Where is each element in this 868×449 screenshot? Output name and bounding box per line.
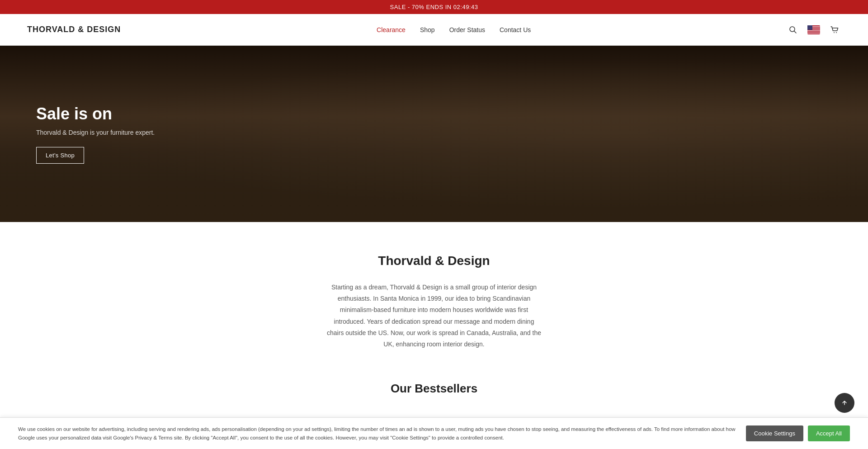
about-title: Thorvald & Design: [258, 254, 610, 268]
site-logo[interactable]: THORVALD & DESIGN: [27, 25, 121, 34]
hero-content: Sale is on Thorvald & Design is your fur…: [36, 104, 155, 164]
nav-order-status[interactable]: Order Status: [449, 26, 485, 33]
nav-contact-us[interactable]: Contact Us: [500, 26, 531, 33]
hero-subtitle: Thorvald & Design is your furniture expe…: [36, 129, 155, 136]
header-icons: [787, 24, 841, 36]
search-icon[interactable]: [787, 24, 799, 36]
main-nav: Clearance Shop Order Status Contact Us: [377, 26, 531, 33]
hero-title: Sale is on: [36, 104, 155, 123]
about-text: Starting as a dream, Thorvald & Design i…: [326, 282, 542, 350]
cart-icon[interactable]: [828, 24, 841, 36]
nav-clearance[interactable]: Clearance: [377, 26, 406, 33]
announcement-bar: SALE - 70% ENDS IN 02:49:43: [0, 0, 868, 14]
hero-section: Sale is on Thorvald & Design is your fur…: [0, 46, 868, 222]
bestsellers-title: Our Bestsellers: [27, 382, 841, 396]
svg-point-3: [836, 32, 837, 33]
site-header: THORVALD & DESIGN Clearance Shop Order S…: [0, 14, 868, 46]
svg-line-1: [794, 31, 796, 33]
cookie-banner: We use cookies on our website for advert…: [0, 417, 868, 421]
nav-shop[interactable]: Shop: [420, 26, 435, 33]
flag-icon[interactable]: [807, 24, 820, 36]
bestsellers-section: Our Bestsellers: [0, 373, 868, 421]
about-section: Thorvald & Design Starting as a dream, T…: [0, 222, 868, 373]
scroll-to-top-button[interactable]: [835, 393, 854, 413]
svg-point-2: [834, 32, 835, 33]
hero-cta-button[interactable]: Let's Shop: [36, 147, 84, 164]
announcement-text: SALE - 70% ENDS IN 02:49:43: [390, 4, 478, 10]
